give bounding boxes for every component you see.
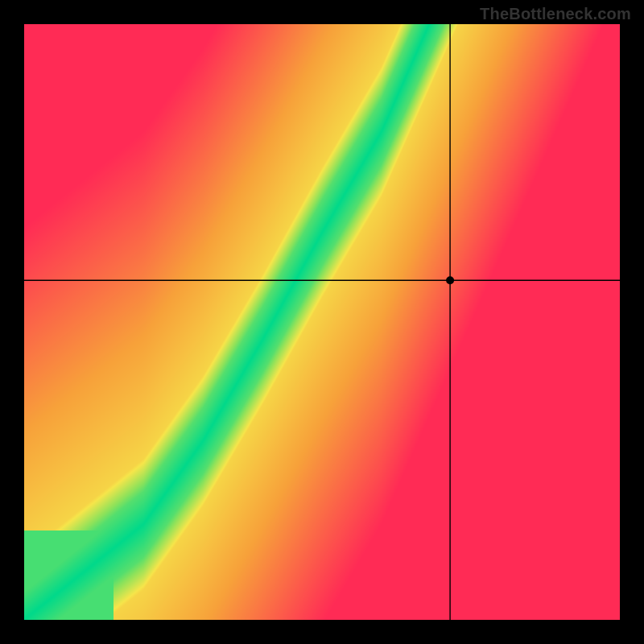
chart-container: TheBottleneck.com [0,0,644,644]
watermark-text: TheBottleneck.com [480,5,631,23]
heatmap-canvas [0,0,644,644]
